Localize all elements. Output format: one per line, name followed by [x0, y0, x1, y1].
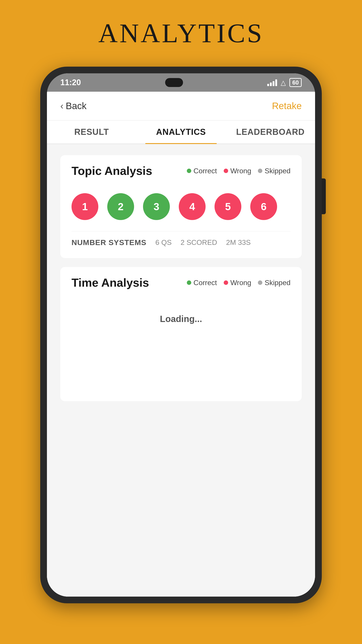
question-circle-3[interactable]: 3 [143, 193, 170, 220]
topic-qs: 6 QS [155, 238, 172, 247]
notch [165, 78, 183, 87]
question-circle-1[interactable]: 1 [71, 193, 98, 220]
time-skipped-dot-icon [258, 280, 262, 285]
tab-analytics[interactable]: ANALYTICS [136, 120, 226, 144]
time-analysis-title: Time Analysis [71, 276, 149, 289]
legend-skipped-label: Skipped [265, 167, 291, 175]
skipped-dot-icon [258, 168, 262, 173]
wifi-icon: △ [281, 79, 286, 86]
status-time: 11:20 [60, 78, 81, 87]
tab-result[interactable]: RESULT [47, 120, 136, 144]
topic-name: NUMBER SYSTEMS [71, 238, 146, 247]
back-chevron-icon: ‹ [60, 100, 63, 111]
topic-analysis-title: Topic Analysis [71, 164, 152, 178]
time-legend-skipped: Skipped [258, 278, 291, 287]
time-analysis-section: Time Analysis Correct Wrong [60, 267, 302, 401]
time-legend-wrong: Wrong [224, 278, 251, 287]
time-wrong-dot-icon [224, 280, 228, 285]
time-legend-wrong-label: Wrong [230, 278, 251, 287]
time-legend-correct: Correct [187, 278, 217, 287]
legend-correct: Correct [187, 167, 217, 175]
question-circle-4[interactable]: 4 [179, 193, 206, 220]
main-content: Topic Analysis Correct Wrong [47, 144, 315, 596]
question-circle-5[interactable]: 5 [215, 193, 241, 220]
time-legend: Correct Wrong Skipped [187, 278, 291, 287]
back-button[interactable]: ‹ Back [60, 100, 86, 111]
status-bar: 11:20 △ 60 [47, 73, 315, 92]
correct-dot-icon [187, 168, 191, 173]
topic-analysis-section: Topic Analysis Correct Wrong [60, 155, 302, 258]
phone-frame: 11:20 △ 60 ‹ Back [40, 67, 322, 603]
question-circle-6[interactable]: 6 [250, 193, 277, 220]
time-correct-dot-icon [187, 280, 191, 285]
legend-wrong: Wrong [224, 167, 251, 175]
time-analysis-header: Time Analysis Correct Wrong [71, 276, 291, 289]
back-label: Back [66, 100, 86, 111]
question-circle-2[interactable]: 2 [107, 193, 134, 220]
time-legend-correct-label: Correct [194, 278, 217, 287]
status-icons: △ 60 [267, 79, 302, 86]
loading-indicator: Loading... [71, 300, 291, 338]
battery-icon: 60 [289, 79, 302, 86]
question-circles: 1 2 3 4 5 6 [71, 189, 291, 224]
legend-skipped: Skipped [258, 167, 291, 175]
time-legend-skipped-label: Skipped [265, 278, 291, 287]
tab-bar: RESULT ANALYTICS LEADERBOARD [47, 120, 315, 144]
topic-scored: 2 SCORED [181, 238, 217, 247]
topic-time: 2M 33S [226, 238, 251, 247]
phone-screen: 11:20 △ 60 ‹ Back [47, 73, 315, 596]
legend-wrong-label: Wrong [230, 167, 251, 175]
topic-legend: Correct Wrong Skipped [187, 167, 291, 175]
legend-correct-label: Correct [194, 167, 217, 175]
tab-leaderboard[interactable]: LEADERBOARD [226, 120, 315, 144]
app-content: ‹ Back Retake RESULT ANALYTICS LEADERBOA… [47, 92, 315, 596]
page-title: ANALYTICS [98, 18, 264, 49]
topic-stats-row: NUMBER SYSTEMS 6 QS 2 SCORED 2M 33S [71, 231, 291, 249]
topic-analysis-header: Topic Analysis Correct Wrong [71, 164, 291, 178]
retake-button[interactable]: Retake [272, 100, 302, 111]
wrong-dot-icon [224, 168, 228, 173]
app-header: ‹ Back Retake [47, 92, 315, 120]
signal-icon [267, 79, 277, 86]
